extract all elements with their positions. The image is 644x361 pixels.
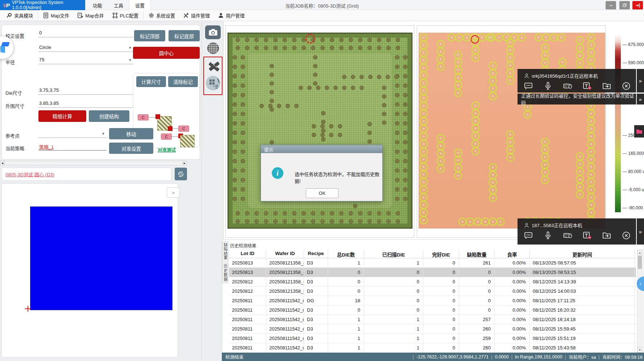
- align-test-link[interactable]: 对准测试: [158, 146, 176, 153]
- close-icon[interactable]: [622, 82, 631, 90]
- table-cell: 260: [459, 343, 495, 352]
- correction-input[interactable]: 0: [38, 29, 133, 37]
- table-row[interactable]: 20250811202508111542_c1D31102570.00%08/1…: [229, 315, 636, 324]
- mic-icon[interactable]: [544, 82, 552, 90]
- toolbar-map-file[interactable]: Map文件: [39, 10, 73, 21]
- structure-node-c3[interactable]: C: [161, 134, 172, 140]
- column-header[interactable]: Lot ID: [229, 250, 266, 258]
- table-cell: 0: [423, 277, 459, 286]
- column-header[interactable]: 良率: [495, 250, 530, 258]
- wafer-grid-view-button[interactable]: [206, 41, 220, 55]
- chat-icon[interactable]: [524, 82, 533, 90]
- wafer-map-preview[interactable]: [30, 206, 173, 310]
- sync-job-button[interactable]: [175, 168, 187, 180]
- menu-function[interactable]: 功能: [87, 0, 108, 10]
- table-row[interactable]: 20250811202508111542_c1D31102590.00%08/1…: [229, 334, 636, 343]
- table-row[interactable]: 20250812202508121358_c1D300000.00%08/12/…: [229, 277, 636, 287]
- person-icon: [524, 223, 529, 228]
- text-disabled-icon[interactable]: [583, 82, 591, 90]
- colorbar-tick: — 590.000 um: [623, 60, 644, 65]
- strategy-value-link[interactable]: 策略_1: [38, 142, 107, 151]
- close-icon[interactable]: [622, 231, 631, 240]
- text-disabled-icon[interactable]: [583, 231, 591, 240]
- status-state: 检测结束: [225, 353, 244, 360]
- table-row[interactable]: 20250813202508121358_c1D300000.00%08/13/…: [229, 268, 636, 277]
- scroll-up-arrow[interactable]: ▲: [637, 250, 642, 255]
- tab-history-data[interactable]: 历史数据: [222, 263, 228, 283]
- left-panel-hscrollbar[interactable]: [0, 161, 187, 165]
- column-header[interactable]: 已扫描DIE: [364, 250, 423, 258]
- structure-node-c2[interactable]: C: [178, 126, 189, 132]
- table-cell: 257: [459, 315, 495, 324]
- table-cell: 20250811: [229, 305, 266, 315]
- expand-preview-button[interactable]: >: [167, 188, 180, 198]
- reference-point-select[interactable]: ▼: [38, 129, 107, 138]
- toolbar-plugin-manager[interactable]: 插件管理: [179, 10, 214, 21]
- exit-button[interactable]: [632, 1, 643, 9]
- hscroll-left-arrow[interactable]: ◀: [0, 161, 5, 165]
- table-cell: 20250812: [229, 277, 266, 286]
- restore-button[interactable]: [619, 1, 630, 9]
- minimize-button[interactable]: [606, 1, 616, 9]
- toolbar-fixture-module[interactable]: 夹具模块: [2, 10, 37, 21]
- table-vscrollbar[interactable]: ▲ ▼: [637, 250, 643, 353]
- table-row[interactable]: 20250813202508121358_c1D31102610.00%08/1…: [229, 258, 636, 268]
- toast-expand-button[interactable]: »: [637, 69, 644, 93]
- dialog-title[interactable]: 提示: [261, 145, 382, 153]
- table-row[interactable]: 20250811202508111542_c1DG180000.00%08/11…: [229, 296, 636, 305]
- outer-size-input[interactable]: 3.85,3.85: [38, 99, 133, 108]
- scroll-thumb[interactable]: [638, 256, 642, 269]
- table-row[interactable]: 20250811202508111542_c1D31102600.00%08/1…: [229, 343, 636, 353]
- wafer-image-3d-height-map[interactable]: [419, 33, 605, 229]
- scroll-down-arrow[interactable]: ▼: [637, 347, 642, 352]
- toolbar-system-settings[interactable]: 系统设置: [144, 10, 179, 21]
- align-settings-button[interactable]: 对准设置: [109, 143, 153, 154]
- menu-settings[interactable]: 设置: [129, 0, 151, 10]
- remote-control-icon[interactable]: [563, 82, 572, 90]
- menu-tools[interactable]: 工具: [108, 0, 129, 10]
- table-row[interactable]: 20250812202508121358_c1D300000.00%08/12/…: [229, 287, 636, 296]
- toolbar-user-manager[interactable]: 用户管理: [214, 10, 249, 21]
- toast-expand-button[interactable]: »: [637, 218, 644, 245]
- fine-calc-button[interactable]: 精细计算: [38, 110, 86, 122]
- column-header[interactable]: Recipe: [304, 250, 328, 258]
- column-header[interactable]: 完好DIE: [423, 250, 459, 258]
- table-row[interactable]: 20250811202508111542_c1D300000.00%08/11/…: [229, 305, 636, 315]
- folder-popup-button[interactable]: [634, 125, 644, 138]
- file-transfer-icon[interactable]: [602, 231, 611, 240]
- column-header[interactable]: 总DIE数: [328, 250, 364, 258]
- file-transfer-icon[interactable]: [602, 82, 611, 90]
- column-header[interactable]: 更新时间: [530, 250, 635, 258]
- mark-top-button[interactable]: 标记顶部: [134, 30, 165, 41]
- colorbar-tick: — -90.000 um: [623, 205, 644, 210]
- column-header[interactable]: 缺陷数量: [459, 250, 495, 258]
- job-link[interactable]: 0805-3D测试-圆心 (D3): [5, 171, 54, 178]
- camera-view-button[interactable]: [205, 25, 221, 39]
- create-structure-button[interactable]: 创建结构: [89, 110, 129, 122]
- circle-center-button[interactable]: 圆中心: [133, 47, 200, 59]
- mic-icon[interactable]: [544, 231, 552, 240]
- die-size-input[interactable]: 3.75,3.75: [38, 86, 133, 95]
- move-button[interactable]: 移动: [109, 128, 153, 139]
- toolbar-plc-config[interactable]: PLC配置: [108, 10, 142, 21]
- mark-bottom-button[interactable]: 标记底部: [169, 30, 200, 41]
- toolbar-map-merge[interactable]: Map合并: [73, 10, 108, 21]
- radius-select[interactable]: 75▼: [38, 56, 133, 64]
- remote-control-icon[interactable]: [563, 231, 572, 240]
- table-cell: 0: [364, 305, 423, 315]
- tab-defect-results[interactable]: 缺陷结果: [222, 241, 228, 262]
- toolbar-separator: [38, 12, 38, 20]
- structure-node-c1[interactable]: C: [138, 114, 149, 120]
- shape-select[interactable]: Circle▼: [38, 43, 133, 52]
- calc-size-button[interactable]: 计算尺寸: [136, 76, 166, 87]
- chat-icon[interactable]: [524, 231, 533, 240]
- hscroll-right-arrow[interactable]: ▶: [182, 161, 187, 165]
- table-row[interactable]: 20250811202508111542_c1D31102600.00%08/1…: [229, 324, 636, 334]
- table-cell: 08/12/2025 14:13:39: [530, 277, 635, 286]
- remote-session-text: 187...5563正在远程本机: [532, 222, 582, 229]
- clear-mark-button[interactable]: 清除标记: [168, 76, 198, 87]
- toast-expand-button[interactable]: »: [637, 94, 644, 104]
- column-header[interactable]: Wafer ID: [266, 250, 304, 258]
- table-cell: 0.00%: [495, 324, 530, 333]
- dialog-ok-button[interactable]: OK: [306, 188, 338, 198]
